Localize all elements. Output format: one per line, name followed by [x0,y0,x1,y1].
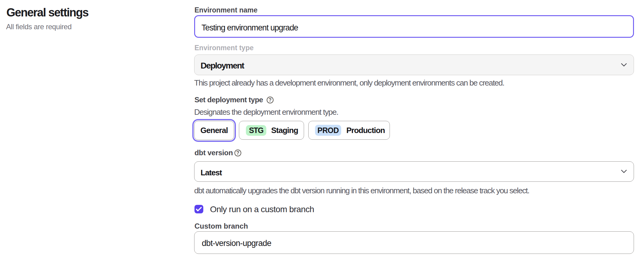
svg-text:?: ? [236,150,240,156]
svg-text:?: ? [269,97,272,103]
